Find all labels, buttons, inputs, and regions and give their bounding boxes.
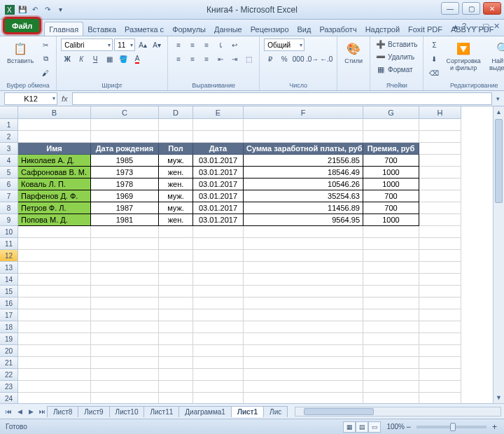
cell-E16[interactable]	[193, 298, 244, 309]
cell-F14[interactable]	[244, 274, 363, 286]
cell-D18[interactable]	[159, 321, 193, 333]
cell-empty[interactable]	[419, 178, 461, 190]
redo-icon[interactable]: ↷	[42, 4, 53, 15]
cell-D2[interactable]	[159, 131, 193, 143]
cell-B16[interactable]	[18, 298, 91, 309]
align-bottom-icon[interactable]: ≡	[200, 38, 213, 51]
cell-date[interactable]: 03.01.2017	[193, 178, 244, 190]
paste-button[interactable]: 📋 Вставить	[4, 38, 36, 66]
cell-C23[interactable]	[91, 381, 159, 393]
cell-H18[interactable]	[419, 321, 461, 333]
sheet-tab-Лист11[interactable]: Лист11	[144, 406, 179, 417]
cell-F23[interactable]	[244, 381, 363, 393]
view-pagebreak-icon[interactable]: ▭	[368, 421, 381, 433]
cell-B12[interactable]	[18, 250, 91, 262]
cell-C11[interactable]	[91, 238, 159, 250]
fill-color-icon[interactable]: 🪣	[117, 52, 130, 65]
formula-input[interactable]	[72, 92, 492, 105]
tab-developer[interactable]: Разработч	[315, 22, 360, 36]
cell-E1[interactable]	[193, 119, 244, 131]
cell-H3[interactable]	[419, 143, 461, 155]
scroll-down-icon[interactable]: ▼	[493, 392, 504, 403]
cell-H1[interactable]	[419, 119, 461, 131]
cell-G20[interactable]	[363, 345, 419, 357]
cell-E13[interactable]	[193, 262, 244, 274]
cell-D22[interactable]	[159, 369, 193, 381]
cell-E18[interactable]	[193, 321, 244, 333]
tab-formulas[interactable]: Формулы	[168, 22, 210, 36]
col-header-D[interactable]: D	[159, 106, 193, 119]
sheet-prev-icon[interactable]: ◀	[14, 406, 25, 417]
row-header-17[interactable]: 17	[0, 309, 18, 321]
cell-E22[interactable]	[193, 369, 244, 381]
scroll-up-icon[interactable]: ▲	[493, 106, 504, 118]
row-header-4[interactable]: 4	[0, 155, 18, 167]
cell-sex[interactable]: муж.	[159, 155, 193, 167]
find-select-button[interactable]: 🔍 Найти и выделить	[486, 38, 504, 74]
col-header-G[interactable]: G	[363, 106, 419, 119]
scroll-thumb[interactable]	[495, 119, 503, 203]
format-painter-icon[interactable]: 🖌	[39, 66, 52, 79]
sort-filter-button[interactable]: 🔽 Сортировка и фильтр	[443, 38, 483, 74]
increase-indent-icon[interactable]: ⇥	[228, 52, 241, 65]
tab-file[interactable]: Файл	[3, 17, 41, 34]
cell-D10[interactable]	[159, 226, 193, 238]
save-icon[interactable]: 💾	[17, 4, 28, 15]
cell-E12[interactable]	[193, 250, 244, 262]
cell-F2[interactable]	[244, 131, 363, 143]
cell-F13[interactable]	[244, 262, 363, 274]
select-all-corner[interactable]	[0, 106, 18, 119]
cell-D20[interactable]	[159, 345, 193, 357]
cell-H23[interactable]	[419, 381, 461, 393]
formula-expand-icon[interactable]: ▾	[496, 95, 500, 102]
cell-G19[interactable]	[363, 333, 419, 345]
cell-E17[interactable]	[193, 309, 244, 321]
italic-icon[interactable]: К	[75, 52, 88, 65]
cell-H20[interactable]	[419, 345, 461, 357]
cell-birth[interactable]: 1985	[91, 155, 159, 167]
cell-E2[interactable]	[193, 131, 244, 143]
cell-name[interactable]: Парфенов Д. Ф.	[18, 190, 91, 202]
row-header-6[interactable]: 6	[0, 178, 18, 190]
cell-G11[interactable]	[363, 238, 419, 250]
cell-B2[interactable]	[18, 131, 91, 143]
cell-B1[interactable]	[18, 119, 91, 131]
cell-B19[interactable]	[18, 333, 91, 345]
fill-icon[interactable]: ⬇	[428, 52, 440, 65]
cell-H15[interactable]	[419, 286, 461, 298]
cell-H17[interactable]	[419, 309, 461, 321]
cell-empty[interactable]	[419, 167, 461, 178]
cell-C10[interactable]	[91, 226, 159, 238]
row-header-3[interactable]: 3	[0, 143, 18, 155]
cell-sex[interactable]: муж.	[159, 202, 193, 214]
cell-C1[interactable]	[91, 119, 159, 131]
cell-bonus[interactable]: 1000	[363, 214, 419, 226]
cell-E21[interactable]	[193, 357, 244, 369]
sheet-tab-Лист8[interactable]: Лист8	[47, 406, 78, 417]
cell-birth[interactable]: 1969	[91, 190, 159, 202]
cell-H16[interactable]	[419, 298, 461, 309]
cell-G10[interactable]	[363, 226, 419, 238]
cell-empty[interactable]	[419, 202, 461, 214]
cell-birth[interactable]: 1987	[91, 202, 159, 214]
cell-F17[interactable]	[244, 309, 363, 321]
row-header-12[interactable]: 12	[0, 250, 18, 262]
cell-D23[interactable]	[159, 381, 193, 393]
cell-D24[interactable]	[159, 393, 193, 403]
cell-B23[interactable]	[18, 381, 91, 393]
cell-salary[interactable]: 35254.63	[244, 190, 363, 202]
cell-bonus[interactable]: 1000	[363, 167, 419, 178]
col-header-F[interactable]: F	[244, 106, 363, 119]
tab-foxit[interactable]: Foxit PDF	[404, 22, 447, 36]
sheet-last-icon[interactable]: ⏭	[36, 406, 48, 417]
cell-sex[interactable]: жен.	[159, 167, 193, 178]
cell-birth[interactable]: 1978	[91, 178, 159, 190]
sheet-tab-Лист10[interactable]: Лист10	[109, 406, 145, 417]
qat-customize-icon[interactable]: ▾	[55, 4, 66, 15]
autosum-icon[interactable]: Σ	[428, 38, 440, 51]
cell-G24[interactable]	[363, 393, 419, 403]
cell-H21[interactable]	[419, 357, 461, 369]
workbook-minimize-icon[interactable]: —	[470, 22, 478, 31]
cell-B15[interactable]	[18, 286, 91, 298]
cell-H14[interactable]	[419, 274, 461, 286]
